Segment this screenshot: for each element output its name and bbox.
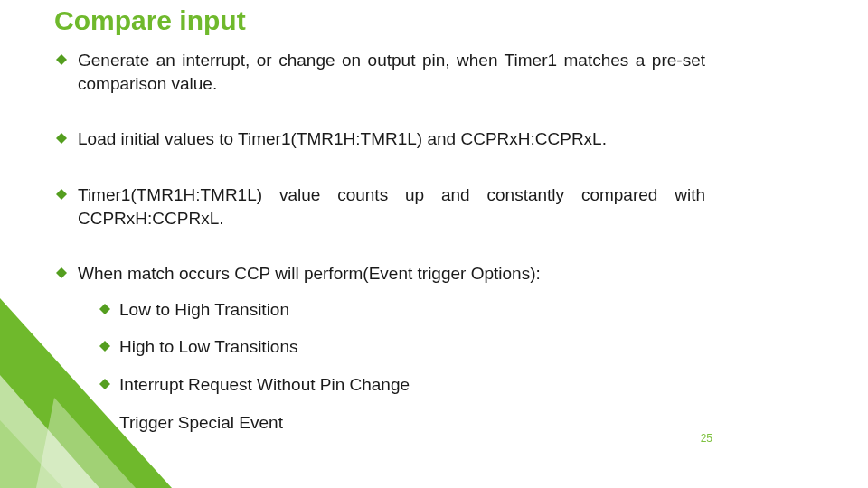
sub-bullet-item: High to Low Transitions [98, 335, 705, 359]
svg-marker-0 [56, 54, 67, 65]
svg-marker-5 [99, 341, 110, 352]
bullet-item: Generate an interrupt, or change on outp… [54, 49, 705, 95]
svg-marker-6 [99, 379, 110, 389]
svg-marker-1 [56, 133, 67, 144]
bullet-text: Timer1(TMR1H:TMR1L) value counts up and … [78, 185, 705, 228]
svg-marker-7 [99, 417, 110, 427]
slide: Compare input Generate an interrupt, or … [0, 0, 868, 488]
bullet-item: Timer1(TMR1H:TMR1L) value counts up and … [54, 183, 705, 230]
bullet-list: Generate an interrupt, or change on outp… [54, 49, 814, 434]
sub-bullet-item: Trigger Special Event [98, 411, 705, 435]
bullet-text: When match occurs CCP will perform(Event… [78, 264, 541, 283]
sub-bullet-item: Interrupt Request Without Pin Change [98, 373, 705, 397]
page-number: 25 [701, 432, 712, 445]
bullet-item: When match occurs CCP will perform(Event… [54, 262, 705, 434]
sub-bullet-text: Low to High Transition [119, 300, 289, 319]
sub-bullet-item: Low to High Transition [98, 298, 705, 322]
svg-marker-4 [99, 304, 110, 314]
svg-marker-3 [56, 267, 67, 278]
sub-bullet-text: Trigger Special Event [119, 413, 283, 432]
sub-bullet-text: High to Low Transitions [119, 337, 298, 356]
bullet-text: Load initial values to Timer1(TMR1H:TMR1… [78, 129, 607, 148]
slide-title: Compare input [54, 0, 814, 49]
bullet-item: Load initial values to Timer1(TMR1H:TMR1… [54, 127, 705, 151]
svg-marker-2 [56, 189, 67, 200]
sub-bullet-list: Low to High Transition High to Low Trans… [98, 298, 705, 435]
bullet-text: Generate an interrupt, or change on outp… [78, 51, 705, 93]
sub-bullet-text: Interrupt Request Without Pin Change [119, 375, 410, 394]
